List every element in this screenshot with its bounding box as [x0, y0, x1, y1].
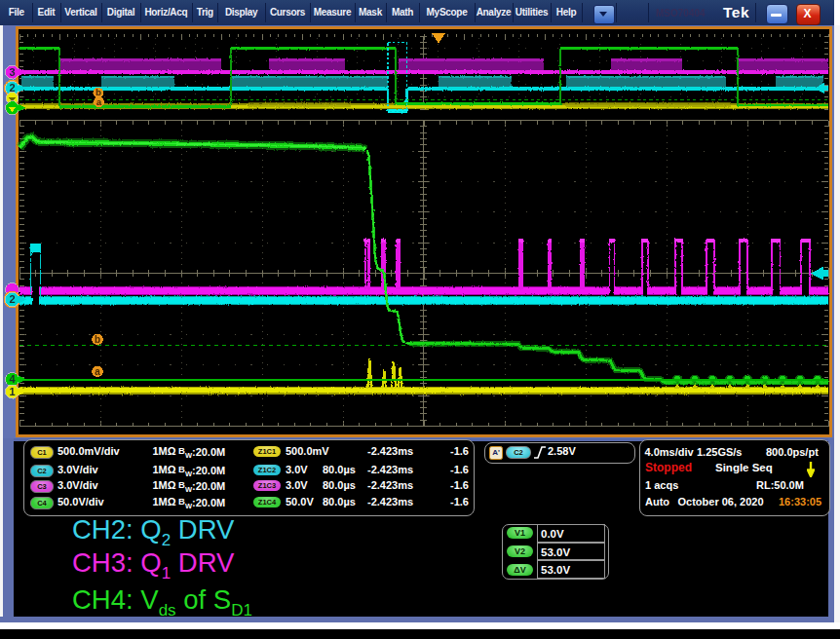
svg-text:a: a [95, 366, 100, 377]
svg-text:3: 3 [9, 66, 15, 78]
svg-text:1: 1 [9, 386, 15, 397]
svg-text:2: 2 [9, 293, 15, 305]
svg-text:4: 4 [9, 373, 16, 385]
svg-text:b: b [95, 334, 100, 345]
svg-text:a: a [96, 96, 102, 107]
